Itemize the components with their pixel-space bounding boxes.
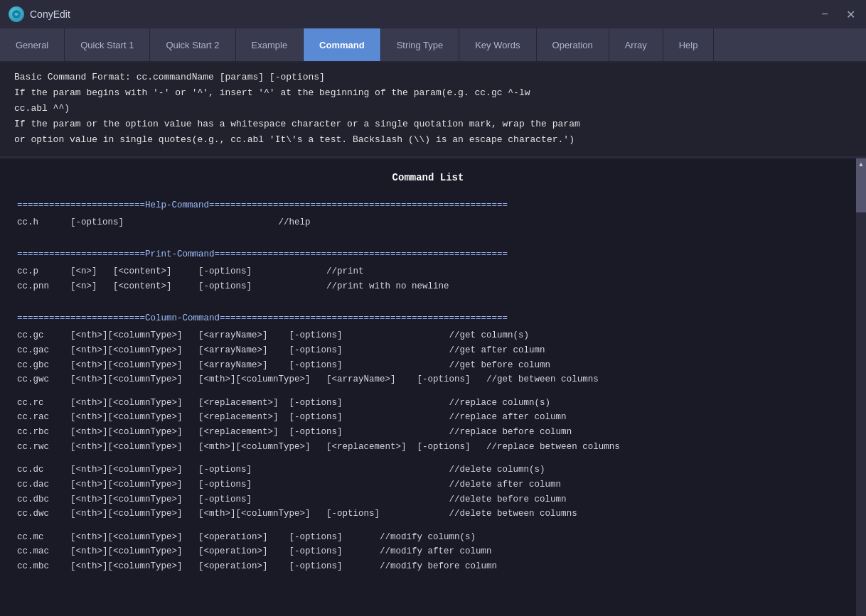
tab-quickstart2[interactable]: Quick Start 2	[150, 28, 235, 61]
cmd-dac: cc.dac [<nth>][<columnType>] [-options] …	[17, 477, 839, 492]
cmd-dbc: cc.dbc [<nth>][<columnType>] [-options] …	[17, 492, 839, 507]
cmd-h: cc.h [-options] //help	[17, 215, 839, 230]
print-command-divider: ========================Print-Command===…	[17, 247, 839, 262]
help-command-divider: ========================Help-Command====…	[17, 198, 839, 213]
tab-general[interactable]: General	[0, 28, 65, 61]
infobar-line4: If the param or the option value has a w…	[14, 117, 852, 132]
spacer-4	[17, 454, 839, 463]
command-scroll[interactable]: Command List ========================Hel…	[0, 158, 856, 616]
cmd-mc: cc.mc [<nth>][<columnType>] [<operation>…	[17, 530, 839, 545]
cmd-rbc: cc.rbc [<nth>][<columnType>] [<replaceme…	[17, 425, 839, 440]
tab-operation[interactable]: Operation	[537, 28, 609, 61]
tab-keywords[interactable]: Key Words	[459, 28, 536, 61]
cmd-rc: cc.rc [<nth>][<columnType>] [<replacemen…	[17, 396, 839, 411]
cmd-dwc: cc.dwc [<nth>][<columnType>] [<mth>][<co…	[17, 507, 839, 522]
scroll-up-arrow[interactable]: ▲	[856, 158, 866, 170]
cmd-dc: cc.dc [<nth>][<columnType>] [-options] /…	[17, 463, 839, 477]
cmd-pnn: cc.pnn [<n>] [<content>] [-options] //pr…	[17, 279, 839, 294]
window-controls: − ✕	[818, 8, 857, 21]
tab-help[interactable]: Help	[663, 28, 715, 61]
tab-command[interactable]: Command	[304, 28, 381, 61]
spacer-2	[17, 294, 839, 303]
infobar: Basic Command Format: cc.commandName [pa…	[0, 63, 866, 158]
main-content: Command List ========================Hel…	[0, 158, 866, 616]
minimize-button[interactable]: −	[818, 8, 832, 21]
spacer-5	[17, 522, 839, 530]
app-title: ConyEdit	[30, 9, 818, 20]
cmd-gac: cc.gac [<nth>][<columnType>] [<arrayName…	[17, 343, 839, 358]
tab-example[interactable]: Example	[236, 28, 304, 61]
infobar-line2: If the param begins with '-' or '^', ins…	[14, 85, 852, 101]
tab-array[interactable]: Array	[609, 28, 663, 61]
tabbar: General Quick Start 1 Quick Start 2 Exam…	[0, 28, 866, 63]
cmd-p: cc.p [<n>] [<content>] [-options] //prin…	[17, 264, 839, 279]
infobar-line5: or option value in single quotes(e.g., c…	[14, 132, 852, 148]
command-list-title: Command List	[17, 170, 839, 186]
infobar-line3: cc.abl ^^)	[14, 101, 852, 117]
tab-stringtype[interactable]: String Type	[381, 28, 460, 61]
app-logo	[9, 6, 24, 22]
scrollbar[interactable]: ▲ ▼	[856, 158, 866, 616]
cmd-rwc: cc.rwc [<nth>][<columnType>] [<mth>][<co…	[17, 440, 839, 455]
tab-quickstart1[interactable]: Quick Start 1	[65, 28, 150, 61]
scrollbar-thumb[interactable]	[856, 170, 866, 212]
spacer-3	[17, 387, 839, 396]
command-area: Command List ========================Hel…	[0, 158, 866, 616]
infobar-line1: Basic Command Format: cc.commandName [pa…	[14, 70, 852, 85]
cmd-rac: cc.rac [<nth>][<columnType>] [<replaceme…	[17, 410, 839, 425]
column-command-divider: ========================Column-Command==…	[17, 311, 839, 326]
cmd-mac: cc.mac [<nth>][<columnType>] [<operation…	[17, 544, 839, 559]
scrollbar-track[interactable]	[856, 170, 866, 616]
cmd-gc: cc.gc [<nth>][<columnType>] [<arrayName>…	[17, 328, 839, 343]
spacer-1	[17, 230, 839, 239]
cmd-mbc: cc.mbc [<nth>][<columnType>] [<operation…	[17, 559, 839, 574]
cmd-gwc: cc.gwc [<nth>][<columnType>] [<mth>][<co…	[17, 372, 839, 387]
titlebar: ConyEdit − ✕	[0, 0, 866, 28]
close-button[interactable]: ✕	[843, 8, 857, 21]
cmd-gbc: cc.gbc [<nth>][<columnType>] [<arrayName…	[17, 358, 839, 373]
